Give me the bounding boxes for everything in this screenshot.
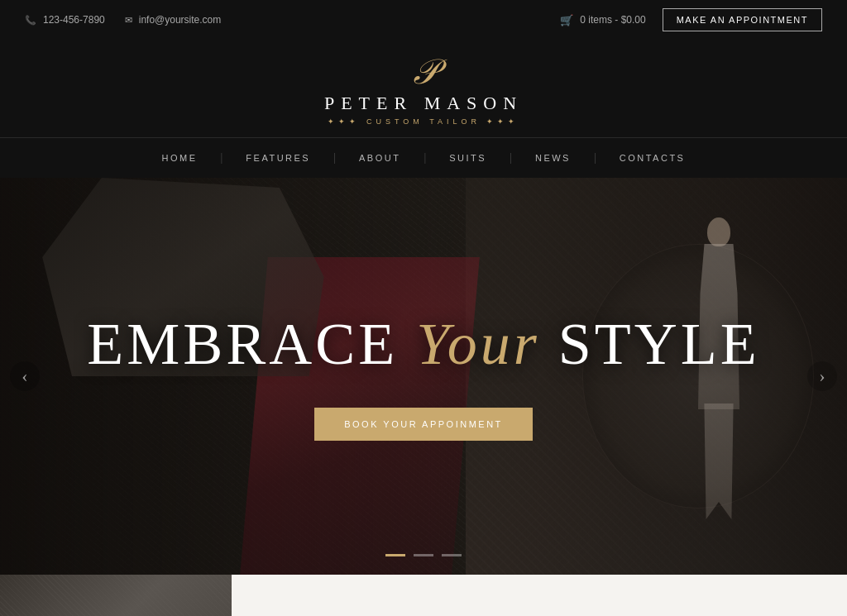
slider-dot-2[interactable] — [414, 554, 433, 556]
navigation: HOME | FEATURES | ABOUT | SUITS | NEWS |… — [0, 137, 847, 178]
tagline-part2: STYLE — [540, 311, 760, 377]
hero-cta-button[interactable]: BOOK YOUR APPOINMENT — [314, 408, 533, 441]
phone-info: 123-456-7890 — [25, 14, 105, 26]
bottom-section: DISCOVER TRUE — [0, 575, 847, 616]
email-address: info@yoursite.com — [139, 14, 222, 26]
slider-arrow-left[interactable]: ‹ — [10, 361, 40, 391]
phone-icon — [25, 15, 38, 26]
top-bar-right: 0 items - $0.00 MAKE AN APPOINTMENT — [560, 8, 822, 31]
tagline-part1: EMBRACE — [87, 311, 416, 377]
hero-tagline: EMBRACE Your STYLE — [87, 312, 759, 377]
top-bar: 123-456-7890 info@yoursite.com 0 items -… — [0, 0, 847, 40]
nav-item-features[interactable]: FEATURES — [223, 150, 333, 166]
slider-arrow-right[interactable]: › — [807, 361, 837, 391]
mail-icon — [125, 15, 134, 26]
slider-dot-1[interactable] — [385, 554, 405, 556]
bottom-text-area: DISCOVER TRUE — [232, 575, 611, 616]
logo[interactable]: 𝒫 PETER MASON ✦✦✦ CUSTOM TAILOR ✦✦✦ — [324, 55, 523, 126]
email-info: info@yoursite.com — [125, 14, 222, 26]
header: 𝒫 PETER MASON ✦✦✦ CUSTOM TAILOR ✦✦✦ — [0, 40, 847, 137]
bottom-image — [0, 575, 232, 616]
hero-content: EMBRACE Your STYLE BOOK YOUR APPOINMENT — [87, 312, 759, 440]
slider-dots — [385, 554, 462, 556]
discover-heading: DISCOVER TRUE — [265, 607, 578, 617]
cart-count: 0 items - $0.00 — [580, 14, 645, 26]
logo-name: PETER MASON — [324, 93, 523, 114]
cart-info[interactable]: 0 items - $0.00 — [560, 14, 645, 26]
phone-number: 123-456-7890 — [43, 14, 105, 26]
nav-item-news[interactable]: NEWS — [512, 150, 594, 166]
cart-icon — [560, 14, 573, 26]
hero-section: ‹ EMBRACE Your STYLE BOOK YOUR APPOINMEN… — [0, 178, 847, 575]
nav-item-suits[interactable]: SUITS — [426, 150, 510, 166]
nav-item-home[interactable]: HOME — [139, 150, 221, 166]
logo-monogram: 𝒫 — [324, 55, 523, 89]
figure-head — [707, 217, 730, 246]
contact-info: 123-456-7890 info@yoursite.com — [25, 14, 221, 26]
right-arrow-icon: › — [819, 365, 825, 387]
tagline-italic: Your — [416, 311, 539, 377]
logo-subtitle: ✦✦✦ CUSTOM TAILOR ✦✦✦ — [324, 117, 523, 126]
appointment-button[interactable]: MAKE AN APPOINTMENT — [663, 8, 822, 31]
nav-item-about[interactable]: ABOUT — [336, 150, 424, 166]
left-arrow-icon: ‹ — [22, 365, 27, 387]
slider-dot-3[interactable] — [442, 554, 462, 556]
nav-item-contacts[interactable]: CONTACTS — [596, 150, 709, 166]
